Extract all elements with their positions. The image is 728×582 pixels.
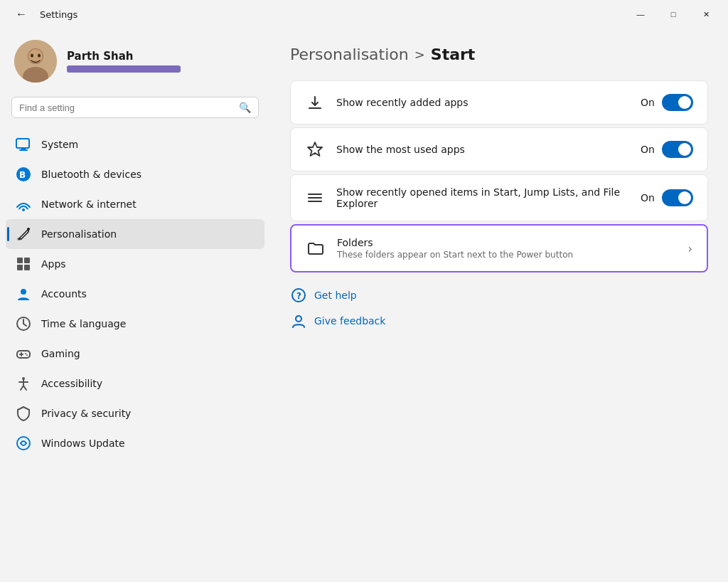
svg-point-11 — [22, 208, 25, 211]
sidebar-item-bluetooth[interactable]: B Bluetooth & devices — [6, 159, 264, 189]
recent-items-icon — [305, 188, 325, 208]
breadcrumb-chevron: > — [414, 47, 425, 62]
footer-links: ? Get help Give feedback — [290, 287, 708, 329]
recently-added-icon — [305, 92, 325, 112]
setting-recent-items[interactable]: Show recently opened items in Start, Jum… — [290, 174, 708, 221]
sidebar-item-system[interactable]: System — [6, 129, 264, 159]
user-name: Parth Shah — [67, 50, 181, 63]
setting-recent-items-text: Show recently opened items in Start, Jum… — [336, 186, 629, 209]
svg-point-39 — [296, 316, 301, 322]
avatar — [14, 40, 57, 83]
minimize-button[interactable]: — — [624, 3, 657, 26]
give-feedback-label: Give feedback — [314, 315, 385, 327]
setting-most-used-title: Show the most used apps — [336, 144, 629, 155]
svg-point-18 — [21, 289, 26, 295]
sidebar-item-gaming-label: Gaming — [41, 348, 80, 359]
sidebar-item-bluetooth-label: Bluetooth & devices — [41, 169, 141, 180]
sidebar-item-apps[interactable]: Apps — [6, 249, 264, 279]
svg-line-21 — [23, 324, 26, 326]
svg-rect-7 — [19, 149, 28, 151]
get-help-link[interactable]: ? Get help — [290, 287, 708, 304]
sidebar-item-network[interactable]: Network & internet — [6, 189, 264, 219]
recent-items-toggle[interactable] — [662, 189, 693, 206]
sidebar-item-accessibility[interactable]: Accessibility — [6, 369, 264, 398]
apps-icon — [16, 256, 31, 272]
give-feedback-link[interactable]: Give feedback — [290, 312, 708, 329]
user-info: Parth Shah — [67, 50, 181, 73]
setting-most-used-text: Show the most used apps — [336, 144, 629, 155]
sidebar-item-accessibility-label: Accessibility — [41, 378, 102, 389]
sidebar-item-personalisation[interactable]: Personalisation — [6, 219, 264, 249]
content-area: Personalisation > Start Show recently ad… — [270, 28, 728, 582]
svg-point-13 — [27, 228, 30, 231]
sidebar-item-gaming[interactable]: Gaming — [6, 339, 264, 369]
svg-rect-8 — [21, 148, 26, 149]
system-icon — [16, 137, 31, 152]
sidebar-item-accounts[interactable]: Accounts — [6, 279, 264, 309]
most-used-icon — [305, 139, 325, 159]
recently-added-toggle[interactable] — [662, 94, 693, 111]
gaming-icon — [16, 346, 31, 361]
network-icon — [16, 196, 31, 212]
get-help-label: Get help — [314, 290, 357, 301]
svg-point-5 — [38, 54, 41, 58]
setting-folders-text: Folders These folders appear on Start ne… — [337, 237, 677, 260]
search-input[interactable] — [19, 102, 233, 113]
sidebar-item-time[interactable]: Time & language — [6, 309, 264, 339]
settings-list: Show recently added apps On — [290, 80, 708, 273]
svg-rect-15 — [24, 258, 30, 263]
sidebar-item-updates-label: Windows Update — [41, 438, 125, 449]
setting-folders[interactable]: Folders These folders appear on Start ne… — [290, 224, 708, 273]
sidebar: Parth Shah 🔍 — [0, 28, 270, 582]
sidebar-item-personalisation-label: Personalisation — [41, 228, 117, 240]
bluetooth-icon: B — [16, 166, 31, 182]
svg-rect-14 — [17, 258, 23, 263]
breadcrumb-parent: Personalisation — [290, 46, 409, 63]
breadcrumb-current: Start — [431, 46, 476, 63]
sidebar-item-updates[interactable]: Windows Update — [6, 428, 264, 458]
close-button[interactable]: ✕ — [690, 3, 722, 26]
search-container: 🔍 — [0, 97, 270, 129]
svg-rect-12 — [17, 238, 21, 240]
app-title: Settings — [40, 9, 77, 20]
get-help-icon: ? — [290, 287, 307, 304]
accessibility-icon — [16, 376, 31, 391]
personalisation-icon — [16, 226, 31, 242]
setting-recent-items-status: On — [641, 192, 655, 203]
sidebar-item-privacy-label: Privacy & security — [41, 408, 131, 419]
svg-point-4 — [31, 54, 33, 58]
search-icon: 🔍 — [239, 102, 251, 113]
maximize-button[interactable]: □ — [657, 3, 690, 26]
title-bar: ← Settings — □ ✕ — [0, 0, 728, 28]
setting-folders-right: › — [688, 242, 692, 255]
window-controls: — □ ✕ — [624, 3, 722, 26]
setting-recently-added[interactable]: Show recently added apps On — [290, 80, 708, 125]
svg-point-32 — [17, 437, 30, 450]
nav-list: System B Bluetooth & devices — [0, 129, 270, 582]
accounts-icon — [16, 286, 31, 302]
give-feedback-icon — [290, 312, 307, 329]
svg-rect-16 — [17, 265, 23, 270]
svg-text:?: ? — [296, 291, 301, 301]
setting-recently-added-status: On — [641, 97, 655, 108]
setting-recent-items-right: On — [641, 189, 693, 206]
folders-chevron-icon: › — [688, 242, 692, 255]
title-bar-left: ← Settings — [11, 4, 77, 24]
sidebar-item-network-label: Network & internet — [41, 199, 136, 210]
sidebar-item-privacy[interactable]: Privacy & security — [6, 398, 264, 428]
search-box: 🔍 — [11, 97, 259, 118]
sidebar-item-accounts-label: Accounts — [41, 288, 87, 300]
setting-most-used-status: On — [641, 144, 655, 155]
setting-most-used-right: On — [641, 141, 693, 158]
setting-folders-title: Folders — [337, 237, 677, 248]
user-profile[interactable]: Parth Shah — [0, 28, 270, 97]
most-used-toggle[interactable] — [662, 141, 693, 158]
setting-recent-items-title: Show recently opened items in Start, Jum… — [336, 186, 629, 209]
svg-point-3 — [28, 49, 43, 63]
setting-most-used[interactable]: Show the most used apps On — [290, 127, 708, 171]
folders-icon — [306, 238, 326, 258]
svg-rect-6 — [16, 139, 29, 148]
sidebar-item-system-label: System — [41, 139, 78, 150]
svg-point-25 — [25, 353, 26, 354]
back-button[interactable]: ← — [11, 4, 31, 24]
